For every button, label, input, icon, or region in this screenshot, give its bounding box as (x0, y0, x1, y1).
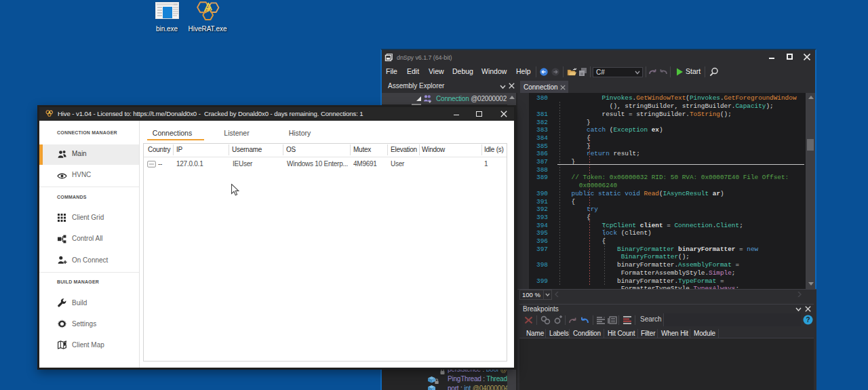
svg-text:?: ? (806, 316, 810, 324)
